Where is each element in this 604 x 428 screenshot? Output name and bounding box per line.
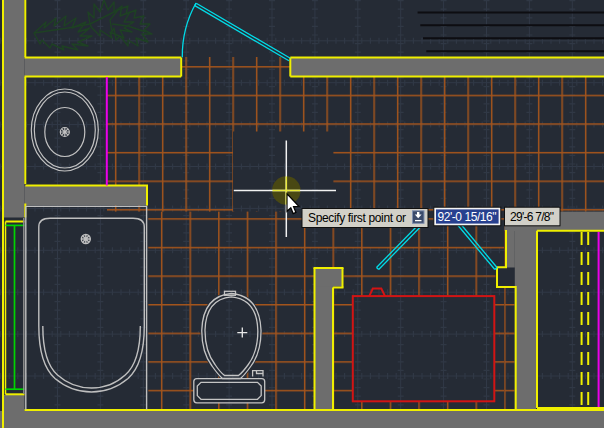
svg-text:29'-6 7/8": 29'-6 7/8" (510, 210, 554, 224)
svg-text:Specify first point or: Specify first point or (308, 211, 406, 225)
svg-text:92'-0 15/16": 92'-0 15/16" (438, 210, 497, 224)
